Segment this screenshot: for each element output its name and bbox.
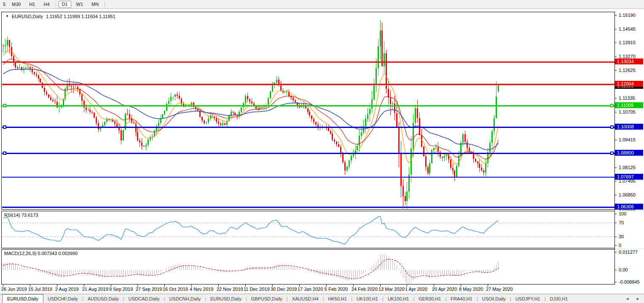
chart-tab-usdchf-daily[interactable]: USDCHF,Daily (43, 295, 82, 303)
rsi-indicator-pane: RSI(14) 73.6173 (1, 211, 614, 248)
line-drag-handle[interactable] (3, 152, 6, 155)
macd-canvas (2, 250, 614, 284)
timeframe-button-partial[interactable]: 5 (1, 1, 7, 8)
price-tick-label: 1.12625 (619, 68, 636, 73)
timeframe-toolbar: 5M30H1H4D1W1MN (0, 0, 644, 9)
level-price-badge: 1.10008 (615, 124, 643, 130)
tab-scroll-right-icon[interactable]: ► (636, 297, 640, 301)
timeframe-button-d1[interactable]: D1 (59, 1, 71, 8)
date-tick-label: 2 Aug 2019 (55, 287, 79, 292)
horizontal-level-line[interactable] (2, 177, 614, 178)
rsi-tick-mark (615, 223, 617, 223)
level-price-badge: 1.06306 (615, 204, 643, 210)
date-tick-label: 30 Dec 2019 (271, 287, 297, 292)
date-tick-label: 8 May 2020 (459, 287, 483, 292)
macd-tick-label: 0.011277 (619, 250, 638, 255)
rsi-tick-label: 100 (619, 211, 626, 216)
chart-dropdown-icon[interactable]: ▼ (5, 15, 9, 18)
rsi-canvas (2, 211, 614, 248)
rsi-tick-label: 0 (619, 243, 621, 248)
trading-terminal-window: 5M30H1H4D1W1MN ▼ EURUSD,Daily 1.11652 1.… (0, 0, 644, 303)
horizontal-level-line[interactable] (2, 127, 614, 128)
price-tick-mark (615, 70, 617, 71)
chart-tab-ger30-h1[interactable]: GER30,H1 (414, 295, 445, 303)
date-tick-label: 17 Jan 2020 (298, 287, 323, 292)
date-tick-label: 13 Mar 2020 (378, 287, 405, 292)
level-price-badge: 1.08800 (615, 150, 643, 156)
price-tick-mark (615, 195, 617, 195)
price-tick-mark (615, 167, 617, 168)
price-tick-label: 1.10705 (619, 109, 636, 114)
price-tick-mark (615, 43, 617, 43)
price-tick-label: 1.13915 (619, 40, 636, 45)
price-tick-mark (615, 29, 617, 29)
timeframe-button-h4[interactable]: H4 (40, 1, 53, 8)
rsi-tick-label: 30 (619, 234, 624, 239)
horizontal-level-line[interactable] (2, 84, 614, 85)
date-tick-label: 1 Apr 2020 (405, 287, 427, 292)
horizontal-level-line[interactable] (2, 61, 614, 63)
chart-tab-eurusd-daily[interactable]: EURUSD,Daily (206, 295, 246, 303)
date-tick-label: 22 Nov 2019 (217, 287, 243, 292)
macd-label: MACD(12,26,9) 0.007343 0.003990 (4, 251, 78, 256)
main-chart-pane: ▼ EURUSD,Daily 1.11652 1.11999 1.11604 1… (1, 12, 614, 210)
price-tick-mark (615, 181, 617, 181)
macd-indicator-pane: MACD(12,26,9) 0.007343 0.003990 (1, 249, 614, 284)
line-drag-handle[interactable] (610, 152, 614, 155)
price-tick-label: 1.09415 (619, 137, 636, 142)
chart-ohlc-values: 1.11652 1.11999 1.11604 1.11951 (46, 14, 115, 19)
chart-tab-fra40-h1[interactable]: FRA40,H1 (446, 295, 476, 303)
tab-scroll-left-icon[interactable]: ◄ (625, 297, 629, 301)
macd-tick-label: 0.00 (619, 267, 628, 272)
timeframe-button-w1[interactable]: W1 (73, 1, 87, 8)
date-tick-label: 26 Jun 2019 (1, 287, 27, 292)
chart-tab-audusd-daily[interactable]: AUDUSD,Daily (83, 295, 123, 303)
price-tick-label: 1.08125 (619, 165, 636, 170)
level-price-badge: 1.11009 (615, 102, 643, 108)
toolbar-separator (56, 1, 56, 7)
line-drag-handle[interactable] (3, 104, 6, 107)
timeframe-button-m30[interactable]: M30 (8, 1, 24, 8)
chart-tab-hk50-h1[interactable]: HK50,H1 (324, 295, 352, 303)
price-tick-label: 1.14545 (619, 27, 636, 32)
line-drag-handle[interactable] (3, 125, 6, 129)
chart-tab-usdjpy-h1[interactable]: USDJPY,H1 (511, 295, 545, 303)
rsi-tick-label: 70 (619, 220, 624, 225)
chart-tab-uk100-h1[interactable]: UK100,H1 (352, 295, 382, 303)
price-tick-mark (615, 15, 617, 16)
chart-tab-gbpusd-daily[interactable]: GBPUSD,Daily (247, 295, 287, 303)
price-tick-label: 1.11335 (619, 96, 635, 101)
chart-tab-bar: EURUSD,DailyUSDCHF,Daily|AUDUSD,Daily|US… (0, 294, 644, 303)
horizontal-level-line[interactable] (2, 207, 614, 208)
level-price-badge: 1.07697 (615, 174, 643, 180)
horizontal-level-line[interactable] (2, 105, 614, 106)
level-price-badge: 1.13034 (615, 58, 643, 64)
price-tick-label: 1.06850 (619, 192, 636, 197)
macd-tick-mark (615, 252, 617, 252)
date-tick-label: 20 Apr 2020 (432, 287, 457, 292)
chart-tab-uk100-h1[interactable]: UK100,H1 (384, 295, 413, 303)
line-drag-handle[interactable] (610, 104, 614, 107)
chart-tab-usoil-daily[interactable]: USOil,Daily (478, 295, 510, 303)
line-drag-handle[interactable] (610, 125, 614, 129)
date-tick-label: 11 Dec 2019 (244, 287, 270, 292)
tab-scroll-arrows: ◄► (625, 297, 640, 301)
horizontal-level-line[interactable] (2, 153, 614, 154)
chart-tab-usdcnh-daily[interactable]: USDCNH,Daily (165, 295, 205, 303)
toolbar-separator (105, 1, 105, 7)
date-tick-label: 27 May 2020 (486, 287, 513, 292)
macd-tick-label: -0.008845 (619, 279, 640, 284)
candlestick-chart-canvas[interactable] (2, 12, 614, 209)
date-tick-label: 15 Jul 2019 (28, 287, 52, 292)
chart-tab-dj30-h1[interactable]: DJ30,H1 (546, 295, 572, 303)
date-tick-label: 9 Sep 2019 (109, 287, 133, 292)
chart-title: ▼ EURUSD,Daily 1.11652 1.11999 1.11604 1… (5, 14, 115, 19)
macd-tick-mark (615, 270, 617, 270)
price-tick-mark (615, 98, 617, 98)
timeframe-button-h1[interactable]: H1 (26, 1, 38, 8)
chart-tab-usdcad-daily[interactable]: USDCAD,Daily (124, 295, 164, 303)
chart-tab-xauusd-h4[interactable]: XAUUSD,H4 (288, 295, 323, 303)
price-tick-label: 1.15190 (619, 13, 636, 18)
timeframe-button-mn[interactable]: MN (88, 1, 102, 8)
chart-tab-eurusd-daily[interactable]: EURUSD,Daily (2, 294, 43, 303)
